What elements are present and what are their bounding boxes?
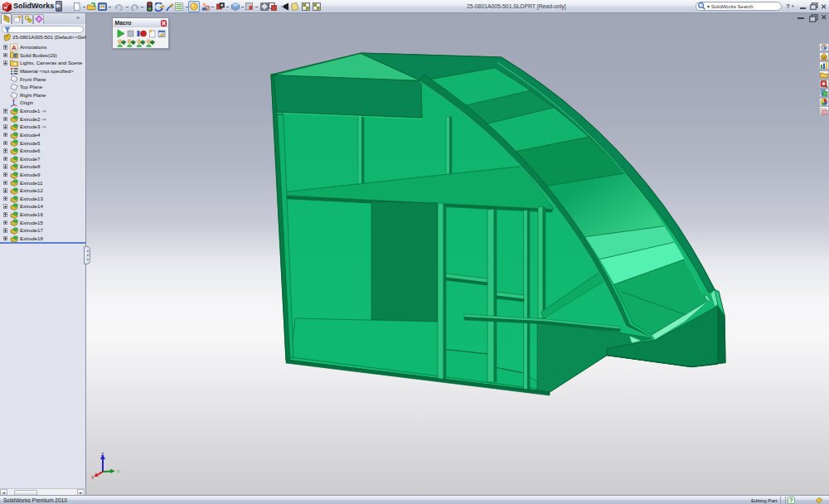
- svg-text:Y: Y: [117, 469, 120, 474]
- svg-text:X: X: [91, 475, 95, 479]
- svg-text:Z: Z: [101, 452, 104, 457]
- svg-text:?: ?: [789, 497, 793, 503]
